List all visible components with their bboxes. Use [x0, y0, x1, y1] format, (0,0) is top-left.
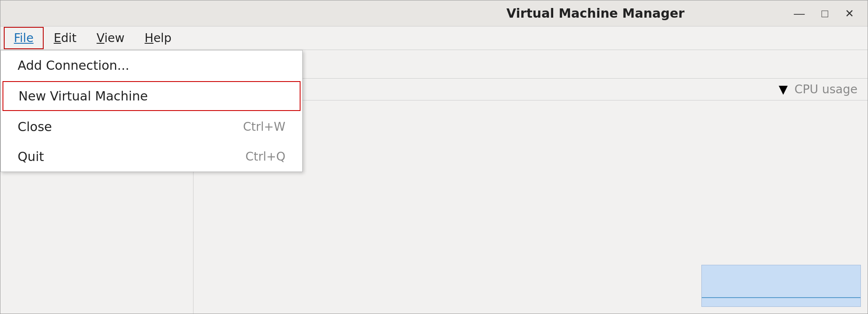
close-button[interactable]: ✕ [842, 6, 858, 21]
cpu-usage-chart [701, 265, 861, 307]
menu-file-label: File [14, 31, 34, 45]
menu-item-quit[interactable]: Quit Ctrl+Q [1, 142, 302, 172]
new-vm-label: New Virtual Machine [18, 89, 148, 103]
minimize-button[interactable]: — [790, 6, 808, 21]
title-bar: Virtual Machine Manager — □ ✕ [0, 0, 868, 26]
menu-file[interactable]: File [4, 27, 44, 49]
maximize-button[interactable]: □ [818, 6, 831, 21]
menu-bar: File Edit View Help Add Connection... Ne… [0, 26, 868, 50]
menu-help[interactable]: Help [135, 27, 182, 49]
quit-label: Quit [18, 149, 44, 164]
menu-item-new-vm[interactable]: New Virtual Machine [3, 81, 301, 111]
window-controls: — □ ✕ [790, 6, 858, 21]
menu-view-label: View [97, 31, 124, 45]
menu-item-close[interactable]: Close Ctrl+W [1, 112, 302, 142]
window-title: Virtual Machine Manager [400, 6, 790, 21]
menu-view[interactable]: View [86, 27, 134, 49]
close-shortcut: Ctrl+W [243, 120, 285, 134]
menu-edit-label: Edit [54, 31, 76, 45]
menu-edit[interactable]: Edit [44, 27, 86, 49]
add-connection-label: Add Connection... [18, 58, 129, 73]
cpu-usage-label: CPU usage [795, 82, 858, 96]
file-dropdown-menu: Add Connection... New Virtual Machine Cl… [0, 50, 303, 172]
menu-help-label: Help [145, 31, 172, 45]
main-window: Virtual Machine Manager — □ ✕ File Edit … [0, 0, 868, 314]
cpu-chart-line [702, 297, 860, 298]
cpu-filter-dropdown-arrow[interactable]: ▼ [779, 82, 788, 96]
menu-item-add-connection[interactable]: Add Connection... [1, 50, 302, 80]
quit-shortcut: Ctrl+Q [246, 150, 285, 164]
close-label: Close [18, 119, 52, 134]
